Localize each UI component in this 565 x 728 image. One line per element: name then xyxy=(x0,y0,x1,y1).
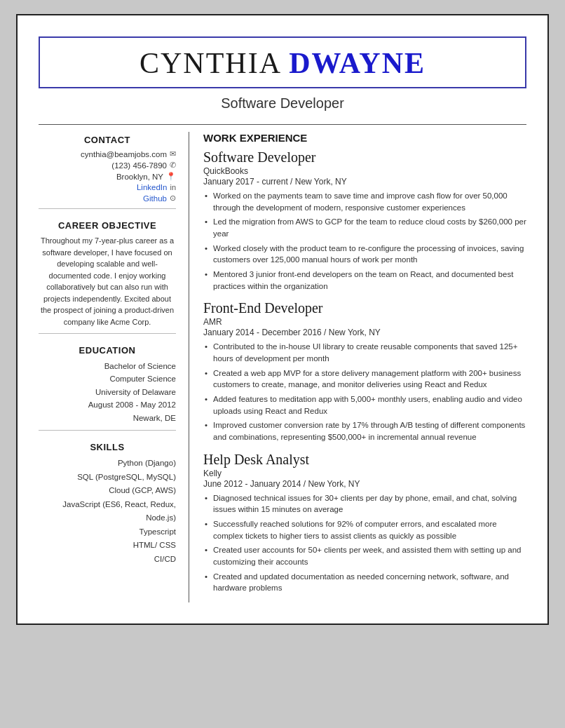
bullet-item: Worked closely with the product team to … xyxy=(203,243,526,266)
bullet-item: Successfully reached solutions for 92% o… xyxy=(203,518,526,541)
skill-item: CI/CD xyxy=(39,553,176,567)
education-details: Bachelor of Science Computer Science Uni… xyxy=(39,360,176,424)
email-text: cynthia@beamjobs.com xyxy=(81,150,167,159)
career-section-title: CAREER OBJECTIVE xyxy=(39,220,176,231)
header-box: CYNTHIA DWAYNE xyxy=(39,36,526,88)
first-name: CYNTHIA xyxy=(139,47,289,79)
left-column: CONTACT cynthia@beamjobs.com ✉ (123) 456… xyxy=(39,132,189,602)
work-section-title: WORK EXPERIENCE xyxy=(203,132,526,144)
jobs-container: Software DeveloperQuickBooksJanuary 2017… xyxy=(203,149,526,594)
bullet-item: Created and updated documentation as nee… xyxy=(203,571,526,594)
job-title: Software Developer xyxy=(203,149,526,166)
phone-text: (123) 456-7890 xyxy=(111,161,167,170)
skill-item: JavaScript (ES6, React, Redux, Node.js) xyxy=(39,498,176,525)
candidate-name: CYNTHIA DWAYNE xyxy=(54,46,511,80)
linkedin-item[interactable]: LinkedIn in xyxy=(39,183,176,191)
location-text: Brooklyn, NY xyxy=(116,173,163,181)
edu-dates: August 2008 - May 2012 xyxy=(39,398,176,411)
bullet-item: Created a web app MVP for a store delive… xyxy=(203,368,526,391)
phone-icon: ✆ xyxy=(170,161,176,170)
job-title: Help Desk Analyst xyxy=(203,452,526,468)
github-icon: ⊙ xyxy=(170,194,176,203)
job-company: AMR xyxy=(203,317,526,327)
edu-university: University of Delaware xyxy=(39,386,176,398)
edu-field: Computer Science xyxy=(39,372,176,385)
skills-list: Python (Django)SQL (PostgreSQL, MySQL)Cl… xyxy=(39,457,176,566)
job-block: Front-End DeveloperAMRJanuary 2014 - Dec… xyxy=(203,300,526,443)
job-company: QuickBooks xyxy=(203,166,526,176)
skills-section-title: SKILLS xyxy=(39,442,176,452)
job-title-header: Software Developer xyxy=(39,95,526,112)
main-content: CONTACT cynthia@beamjobs.com ✉ (123) 456… xyxy=(39,132,526,602)
email-icon: ✉ xyxy=(170,149,176,159)
location-icon: 📍 xyxy=(166,172,176,181)
job-block: Help Desk AnalystKellyJune 2012 - Januar… xyxy=(203,452,526,594)
bullet-item: Created user accounts for 50+ clients pe… xyxy=(203,544,526,567)
last-name: DWAYNE xyxy=(289,47,426,79)
job-dates: January 2017 - current / New York, NY xyxy=(203,177,526,187)
email-item: cynthia@beamjobs.com ✉ xyxy=(39,149,176,159)
contact-section-title: CONTACT xyxy=(39,135,176,145)
bullet-item: Improved customer conversion rate by 17%… xyxy=(203,419,526,443)
job-block: Software DeveloperQuickBooksJanuary 2017… xyxy=(203,149,526,292)
job-title: Front-End Developer xyxy=(203,300,526,316)
github-link[interactable]: Github xyxy=(143,194,167,203)
edu-location: Newark, DE xyxy=(39,412,176,424)
right-column: WORK EXPERIENCE Software DeveloperQuickB… xyxy=(189,132,526,602)
job-dates: January 2014 - December 2016 / New York,… xyxy=(203,328,526,337)
phone-item: (123) 456-7890 ✆ xyxy=(39,161,176,170)
skill-item: Python (Django) xyxy=(39,457,176,471)
edu-degree: Bachelor of Science xyxy=(39,360,176,372)
bullet-item: Contributed to the in-house UI library t… xyxy=(203,341,526,364)
skill-item: Typescript xyxy=(39,525,176,539)
resume-container: CYNTHIA DWAYNE Software Developer CONTAC… xyxy=(16,14,549,625)
bullet-item: Mentored 3 junior front-end developers o… xyxy=(203,269,526,292)
education-divider xyxy=(39,430,176,431)
job-company: Kelly xyxy=(203,469,526,478)
job-bullets: Worked on the payments team to save time… xyxy=(203,190,526,292)
skill-item: HTML/ CSS xyxy=(39,539,176,553)
contact-divider xyxy=(39,208,176,209)
github-item[interactable]: Github ⊙ xyxy=(39,194,176,203)
bullet-item: Led the migration from AWS to GCP for th… xyxy=(203,216,526,239)
job-bullets: Diagnosed technical issues for 30+ clien… xyxy=(203,492,526,594)
linkedin-icon: in xyxy=(170,183,176,191)
header-divider xyxy=(39,124,526,125)
linkedin-link[interactable]: LinkedIn xyxy=(137,183,167,191)
education-section-title: EDUCATION xyxy=(39,345,176,356)
job-bullets: Contributed to the in-house UI library t… xyxy=(203,341,526,443)
bullet-item: Worked on the payments team to save time… xyxy=(203,190,526,213)
career-text: Throughout my 7-year-plus career as a so… xyxy=(39,235,176,328)
bullet-item: Diagnosed technical issues for 30+ clien… xyxy=(203,492,526,515)
career-divider xyxy=(39,333,176,334)
job-dates: June 2012 - January 2014 / New York, NY xyxy=(203,479,526,489)
skill-item: SQL (PostgreSQL, MySQL) xyxy=(39,471,176,485)
location-item: Brooklyn, NY 📍 xyxy=(39,172,176,181)
skill-item: Cloud (GCP, AWS) xyxy=(39,484,176,498)
bullet-item: Added features to meditation app with 5,… xyxy=(203,393,526,417)
